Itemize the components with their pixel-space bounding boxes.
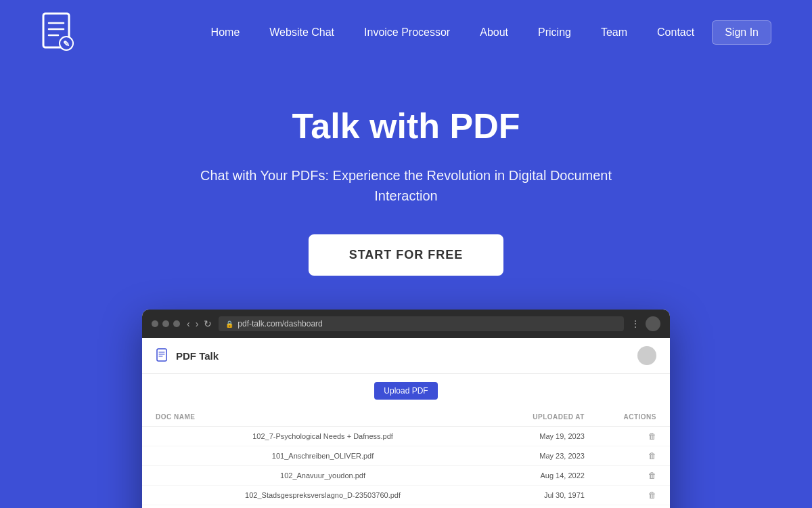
doc-name-cell: 102_Confirmation_PAATIRU_BENJAMIN-06 MR …: [142, 505, 503, 509]
window-minimize-dot: [162, 320, 169, 327]
table-row[interactable]: 102_7-Psychological Needs + Dafness.pdf …: [142, 427, 670, 446]
forward-button[interactable]: ›: [196, 318, 199, 329]
doc-actions-cell[interactable]: 🗑: [598, 486, 670, 505]
logo-icon: ✎: [41, 12, 74, 53]
doc-name-cell: 101_Anschreiben_OLIVER.pdf: [142, 446, 503, 466]
doc-actions-cell[interactable]: 🗑: [598, 446, 670, 466]
doc-actions-cell[interactable]: 🗑: [598, 505, 670, 509]
app-user-avatar: [637, 346, 656, 365]
browser-address-bar[interactable]: 🔒 pdf-talk.com/dashboard: [219, 316, 624, 331]
app-content: PDF Talk Upload PDF DOC NAME UPLOADED AT…: [142, 338, 670, 508]
svg-rect-6: [157, 349, 166, 361]
nav-contact[interactable]: Contact: [645, 21, 706, 44]
upload-pdf-button[interactable]: Upload PDF: [374, 382, 437, 400]
browser-mockup: ‹ › ↻ 🔒 pdf-talk.com/dashboard ⋮: [142, 310, 670, 508]
documents-table: DOC NAME UPLOADED AT ACTIONS 102_7-Psych…: [142, 408, 670, 508]
delete-icon[interactable]: 🗑: [648, 490, 656, 500]
address-text: pdf-talk.com/dashboard: [238, 319, 322, 329]
delete-icon[interactable]: 🗑: [648, 451, 656, 461]
delete-icon[interactable]: 🗑: [648, 431, 656, 441]
nav-team[interactable]: Team: [589, 21, 639, 44]
window-maximize-dot: [173, 320, 180, 327]
table-row[interactable]: 101_Anschreiben_OLIVER.pdf May 23, 2023 …: [142, 446, 670, 466]
doc-date-cell: May 23, 2023: [503, 446, 598, 466]
table-row[interactable]: 102_Anavuur_youdon.pdf Aug 14, 2022 🗑: [142, 466, 670, 486]
svg-text:✎: ✎: [63, 39, 70, 49]
app-logo-text: PDF Talk: [176, 350, 219, 362]
doc-actions-cell[interactable]: 🗑: [598, 466, 670, 486]
col-actions: ACTIONS: [598, 408, 670, 427]
hero-title: Talk with PDF: [292, 106, 520, 146]
main-nav: Home Website Chat Invoice Processor Abou…: [199, 20, 771, 45]
doc-date-cell: Jul 5, 2023: [503, 505, 598, 509]
nav-about[interactable]: About: [468, 21, 520, 44]
hero-section: Talk with PDF Chat with Your PDFs: Exper…: [0, 65, 812, 508]
doc-name-cell: 102_7-Psychological Needs + Dafness.pdf: [142, 427, 503, 446]
browser-menu-icon[interactable]: ⋮: [631, 318, 640, 329]
col-uploaded-at: UPLOADED AT: [503, 408, 598, 427]
app-header: PDF Talk: [142, 338, 670, 374]
browser-window-controls: [152, 320, 180, 327]
doc-actions-cell[interactable]: 🗑: [598, 427, 670, 446]
table-row[interactable]: 102_Confirmation_PAATIRU_BENJAMIN-06 MR …: [142, 505, 670, 509]
back-button[interactable]: ‹: [187, 318, 190, 329]
nav-pricing[interactable]: Pricing: [526, 21, 583, 44]
doc-date-cell: Aug 14, 2022: [503, 466, 598, 486]
doc-date-cell: Jul 30, 1971: [503, 486, 598, 505]
site-header: ✎ Home Website Chat Invoice Processor Ab…: [0, 0, 812, 65]
doc-name-cell: 102_Anavuur_youdon.pdf: [142, 466, 503, 486]
browser-actions: ⋮: [631, 316, 660, 331]
browser-chrome-bar: ‹ › ↻ 🔒 pdf-talk.com/dashboard ⋮: [142, 310, 670, 338]
browser-user-avatar: [646, 316, 660, 331]
cta-button[interactable]: START FOR FREE: [309, 234, 504, 276]
nav-sign-in[interactable]: Sign In: [712, 20, 771, 45]
nav-home[interactable]: Home: [199, 21, 252, 44]
lock-icon: 🔒: [225, 320, 233, 328]
doc-name-cell: 102_Stadsgespreksverslagno_D-23503760.pd…: [142, 486, 503, 505]
window-close-dot: [152, 320, 158, 327]
app-logo-icon: [156, 348, 171, 363]
refresh-button[interactable]: ↻: [204, 318, 212, 329]
app-logo: PDF Talk: [156, 348, 219, 363]
col-doc-name: DOC NAME: [142, 408, 503, 427]
hero-subtitle: Chat with Your PDFs: Experience the Revo…: [196, 165, 616, 206]
browser-nav-buttons: ‹ › ↻: [187, 318, 212, 329]
nav-website-chat[interactable]: Website Chat: [257, 21, 346, 44]
delete-icon[interactable]: 🗑: [648, 471, 656, 480]
table-row[interactable]: 102_Stadsgespreksverslagno_D-23503760.pd…: [142, 486, 670, 505]
upload-section: Upload PDF: [142, 374, 670, 408]
logo[interactable]: ✎: [41, 12, 74, 53]
nav-invoice-processor[interactable]: Invoice Processor: [352, 21, 462, 44]
doc-date-cell: May 19, 2023: [503, 427, 598, 446]
